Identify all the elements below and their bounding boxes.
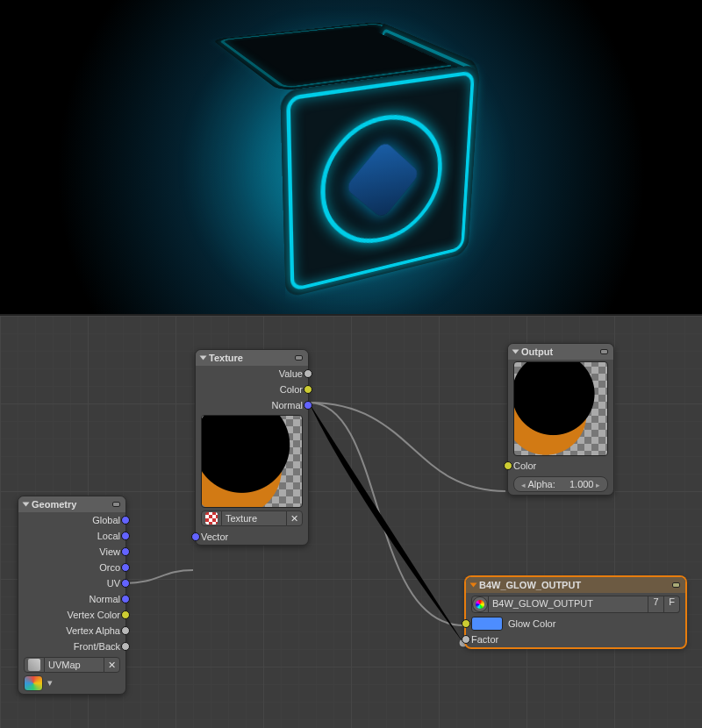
socket-label: Vertex Color <box>67 610 120 620</box>
node-texture[interactable]: Texture Value Color Normal Texture ✕ Vec… <box>195 349 309 546</box>
pin-icon[interactable] <box>112 502 120 507</box>
socket-label: Value <box>279 368 303 379</box>
render-preview <box>0 0 702 314</box>
texture-preview <box>201 415 303 508</box>
socket-label: Normal <box>90 594 120 604</box>
node-title: B4W_GLOW_OUTPUT <box>479 580 581 590</box>
socket-label: Front/Back <box>74 641 120 652</box>
socket-vector-in[interactable] <box>191 532 200 541</box>
socket-label: Local <box>97 531 120 541</box>
socket-label: Vector <box>201 532 228 542</box>
socket-label: View <box>99 546 120 557</box>
nodegroup-icon[interactable] <box>472 596 488 612</box>
pin-icon[interactable] <box>600 349 608 354</box>
node-header[interactable]: Texture <box>196 350 308 366</box>
collapse-icon[interactable] <box>470 583 477 588</box>
socket-uv: UV <box>107 578 120 589</box>
uvmap-selector[interactable]: UVMap ✕ <box>24 657 120 673</box>
socket-color: Color <box>280 384 303 395</box>
vertexcolor-picker[interactable] <box>24 675 43 691</box>
node-title: Geometry <box>32 499 76 510</box>
clear-button[interactable]: ✕ <box>286 510 303 526</box>
collapse-icon[interactable] <box>512 350 519 354</box>
nodegroup-selector[interactable]: B4W_GLOW_OUTPUT 7 F <box>471 596 680 613</box>
texture-icon <box>205 512 218 525</box>
node-header[interactable]: B4W_GLOW_OUTPUT <box>466 577 685 593</box>
alpha-field[interactable]: Alpha: 1.000 <box>513 476 608 492</box>
node-geometry[interactable]: Geometry Global Local View Orco UV Norma… <box>18 496 126 695</box>
socket-label: Global <box>92 515 120 525</box>
alpha-label: Alpha: <box>521 479 555 489</box>
collapse-icon[interactable] <box>200 356 207 360</box>
node-b4w-glow-output[interactable]: B4W_GLOW_OUTPUT B4W_GLOW_OUTPUT 7 F Glow… <box>465 576 686 648</box>
socket-label: Factor <box>471 634 498 645</box>
socket-label: Glow Color <box>508 618 555 629</box>
node-editor[interactable]: Geometry Global Local View Orco UV Norma… <box>0 314 702 728</box>
socket-color-out[interactable] <box>304 385 312 394</box>
node-title: Texture <box>209 353 243 363</box>
clear-button[interactable]: ✕ <box>104 657 120 673</box>
socket-label: Normal <box>272 400 303 410</box>
socket-label: Orco <box>99 562 120 573</box>
texture-name[interactable]: Texture <box>222 510 286 526</box>
socket-label: Color <box>513 460 536 471</box>
socket-glowcolor-in[interactable] <box>462 619 470 628</box>
group-edit-icon[interactable] <box>672 582 680 588</box>
fake-user-button[interactable]: F <box>664 596 680 613</box>
collapse-icon[interactable] <box>23 503 30 507</box>
node-header[interactable]: Output <box>508 344 613 360</box>
users-count[interactable]: 7 <box>648 596 664 613</box>
node-title: Output <box>521 346 553 357</box>
output-preview <box>513 361 608 456</box>
pin-icon[interactable] <box>295 355 303 360</box>
socket-factor-in[interactable] <box>462 635 470 644</box>
socket-color-in[interactable] <box>504 461 512 470</box>
mesh-icon <box>28 659 40 671</box>
glow-cube <box>241 48 434 241</box>
texture-selector[interactable]: Texture ✕ <box>201 510 303 526</box>
socket-label: Vertex Alpha <box>66 625 120 636</box>
node-header[interactable]: Geometry <box>18 496 125 512</box>
uvmap-name[interactable]: UVMap <box>45 657 104 673</box>
glow-color-swatch[interactable] <box>471 617 503 631</box>
alpha-value: 1.000 <box>569 479 600 489</box>
socket-uv-out[interactable] <box>121 579 130 588</box>
nodegroup-name[interactable]: B4W_GLOW_OUTPUT <box>489 596 648 613</box>
node-output[interactable]: Output Color Alpha: 1.000 <box>507 343 614 496</box>
